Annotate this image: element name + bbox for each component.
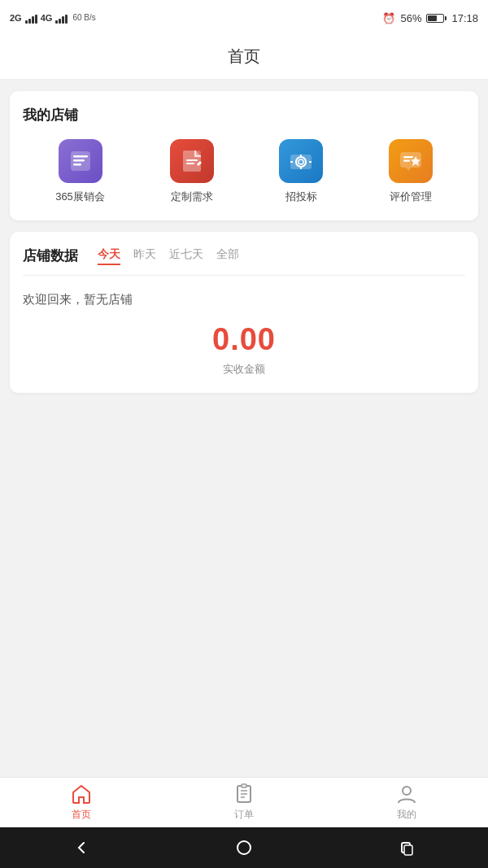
tab-week[interactable]: 近七天 [169,247,203,265]
page-title: 首页 [228,47,260,65]
svg-rect-3 [73,164,81,166]
svg-rect-15 [403,156,413,158]
svg-rect-6 [186,163,194,164]
clock-icon: ⏰ [382,12,395,24]
network-type-2: 4G [41,13,53,23]
status-right: ⏰ 56% 17:18 [382,12,478,24]
welcome-text: 欢迎回来，暂无店铺 [23,292,465,308]
status-bar: 2G 4G 60 B/s ⏰ 56% 17:18 [0,0,488,36]
review-icon [398,148,424,174]
time-display: 17:18 [451,12,478,24]
svg-rect-25 [404,845,412,855]
bottom-nav: 首页 订单 我的 [0,777,488,827]
time-tabs: 今天 昨天 近七天 全部 [98,247,465,265]
nav-label-order: 订单 [234,808,254,822]
shop-icon-bid[interactable]: 招投标 [279,139,323,204]
battery-icon [426,14,447,23]
shop-icon-custom[interactable]: 定制需求 [170,139,214,204]
svg-rect-1 [73,155,88,158]
store-data-header: 店铺数据 今天 昨天 近七天 全部 [23,246,465,265]
android-recents-button[interactable] [395,836,418,859]
svg-rect-5 [186,159,198,161]
expo-label: 365展销会 [55,190,105,204]
nav-label-mine: 我的 [397,808,416,822]
signal-bars-1 [25,12,37,24]
amount-label: 实收金额 [223,362,265,377]
home-icon [71,783,92,805]
nav-item-mine[interactable]: 我的 [377,779,437,827]
expo-icon-box [59,139,102,183]
custom-icon [179,148,205,174]
review-label: 评价管理 [390,190,432,204]
top-nav: 首页 [0,36,488,80]
custom-icon-box [170,139,214,183]
mine-icon [396,783,417,805]
store-data-divider [23,275,465,276]
shop-icons-row: 365展销会 定制需求 [23,139,465,204]
shop-icon-expo[interactable]: 365展销会 [55,139,105,204]
android-home-button[interactable] [233,836,255,859]
svg-rect-16 [403,160,410,162]
network-speed: 60 B/s [72,13,95,23]
android-system-bar [0,827,488,868]
tab-today[interactable]: 今天 [98,247,120,265]
nav-item-home[interactable]: 首页 [51,779,111,827]
battery-percent: 56% [400,12,421,24]
nav-item-order[interactable]: 订单 [214,779,274,827]
store-data-title: 店铺数据 [23,246,78,265]
bid-label: 招投标 [285,190,317,204]
svg-point-23 [237,841,251,854]
expo-icon [68,148,94,174]
android-back-button[interactable] [70,836,93,859]
bid-icon [288,148,314,174]
tab-all[interactable]: 全部 [216,247,239,265]
order-icon [233,783,255,805]
amount-value: 0.00 [212,322,276,357]
recents-icon [399,840,415,856]
bid-icon-box [279,139,323,183]
main-content: 我的店铺 365展销会 [0,80,488,404]
network-type: 2G [10,13,22,23]
back-icon [73,840,89,856]
status-left: 2G 4G 60 B/s [10,12,96,24]
android-home-icon [236,840,252,856]
store-data-card: 店铺数据 今天 昨天 近七天 全部 欢迎回来，暂无店铺 0.00 实收金额 [10,232,478,393]
svg-point-22 [403,787,411,795]
tab-yesterday[interactable]: 昨天 [133,247,156,265]
svg-rect-2 [73,159,85,162]
shop-icon-review[interactable]: 评价管理 [389,139,433,204]
my-shop-card: 我的店铺 365展销会 [10,91,478,220]
signal-bars-2 [55,12,68,24]
review-icon-box [389,139,433,183]
my-shop-title: 我的店铺 [23,106,465,124]
nav-label-home: 首页 [72,808,91,822]
svg-rect-21 [242,784,246,787]
amount-section: 0.00 实收金额 [23,322,465,377]
custom-label: 定制需求 [171,190,213,204]
